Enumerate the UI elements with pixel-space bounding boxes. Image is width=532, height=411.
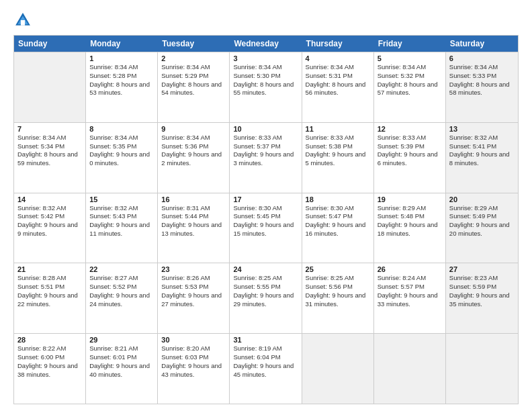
calendar-row-2: 7Sunrise: 8:34 AMSunset: 5:34 PMDaylight… bbox=[14, 122, 518, 193]
sunset-text: Sunset: 5:59 PM bbox=[449, 283, 515, 291]
day-number: 6 bbox=[449, 54, 515, 62]
daylight-text: Daylight: 9 hours and 16 minutes. bbox=[306, 221, 370, 238]
day-number: 12 bbox=[378, 125, 442, 133]
day-number: 8 bbox=[89, 125, 154, 133]
sunrise-text: Sunrise: 8:34 AM bbox=[161, 134, 226, 142]
day-number: 29 bbox=[89, 336, 154, 344]
calendar-cell: 27Sunrise: 8:23 AMSunset: 5:59 PMDayligh… bbox=[446, 263, 518, 333]
calendar-cell: 16Sunrise: 8:31 AMSunset: 5:44 PMDayligh… bbox=[158, 193, 230, 263]
day-number: 14 bbox=[17, 195, 82, 203]
day-number: 22 bbox=[89, 265, 154, 273]
calendar-body: 1Sunrise: 8:34 AMSunset: 5:28 PMDaylight… bbox=[14, 52, 518, 404]
sunrise-text: Sunrise: 8:31 AM bbox=[161, 204, 226, 213]
daylight-text: Daylight: 8 hours and 55 minutes. bbox=[233, 81, 298, 98]
sunrise-text: Sunrise: 8:32 AM bbox=[17, 204, 82, 213]
sunset-text: Sunset: 5:51 PM bbox=[17, 283, 82, 291]
daylight-text: Daylight: 8 hours and 59 minutes. bbox=[17, 150, 82, 168]
sunrise-text: Sunrise: 8:28 AM bbox=[17, 274, 82, 283]
daylight-text: Daylight: 8 hours and 57 minutes. bbox=[378, 81, 442, 98]
sunset-text: Sunset: 5:32 PM bbox=[378, 72, 442, 81]
sunset-text: Sunset: 5:34 PM bbox=[17, 142, 82, 151]
sunrise-text: Sunrise: 8:33 AM bbox=[306, 134, 370, 142]
sunrise-text: Sunrise: 8:22 AM bbox=[17, 345, 82, 353]
sunset-text: Sunset: 6:00 PM bbox=[17, 353, 82, 362]
calendar-cell: 15Sunrise: 8:32 AMSunset: 5:43 PMDayligh… bbox=[86, 193, 158, 263]
sunrise-text: Sunrise: 8:34 AM bbox=[449, 63, 515, 72]
sunset-text: Sunset: 5:28 PM bbox=[89, 72, 154, 81]
sunset-text: Sunset: 5:36 PM bbox=[161, 142, 226, 151]
sunset-text: Sunset: 5:37 PM bbox=[233, 142, 298, 151]
calendar-header: SundayMondayTuesdayWednesdayThursdayFrid… bbox=[14, 36, 518, 52]
calendar-cell: 18Sunrise: 8:30 AMSunset: 5:47 PMDayligh… bbox=[302, 193, 374, 263]
calendar-cell: 21Sunrise: 8:28 AMSunset: 5:51 PMDayligh… bbox=[14, 263, 86, 333]
sunrise-text: Sunrise: 8:21 AM bbox=[89, 345, 154, 353]
header bbox=[13, 11, 519, 30]
calendar-cell: 8Sunrise: 8:34 AMSunset: 5:35 PMDaylight… bbox=[86, 123, 158, 193]
sunset-text: Sunset: 5:31 PM bbox=[306, 72, 370, 81]
day-number: 27 bbox=[449, 265, 515, 273]
calendar-row-3: 14Sunrise: 8:32 AMSunset: 5:42 PMDayligh… bbox=[14, 193, 518, 263]
daylight-text: Daylight: 9 hours and 9 minutes. bbox=[17, 221, 82, 238]
day-number: 23 bbox=[161, 265, 226, 273]
day-number: 4 bbox=[306, 54, 370, 62]
calendar-cell: 30Sunrise: 8:20 AMSunset: 6:03 PMDayligh… bbox=[158, 334, 230, 404]
weekday-header-tuesday: Tuesday bbox=[158, 36, 230, 52]
calendar-cell: 5Sunrise: 8:34 AMSunset: 5:32 PMDaylight… bbox=[374, 52, 446, 122]
sunrise-text: Sunrise: 8:24 AM bbox=[378, 274, 442, 283]
daylight-text: Daylight: 9 hours and 20 minutes. bbox=[449, 221, 515, 238]
sunrise-text: Sunrise: 8:27 AM bbox=[89, 274, 154, 283]
calendar-cell: 24Sunrise: 8:25 AMSunset: 5:55 PMDayligh… bbox=[230, 263, 302, 333]
calendar-cell: 11Sunrise: 8:33 AMSunset: 5:38 PMDayligh… bbox=[302, 123, 374, 193]
sunrise-text: Sunrise: 8:34 AM bbox=[306, 63, 370, 72]
daylight-text: Daylight: 9 hours and 11 minutes. bbox=[89, 221, 154, 238]
sunset-text: Sunset: 5:45 PM bbox=[233, 212, 298, 221]
day-number: 28 bbox=[17, 336, 82, 344]
calendar-cell: 13Sunrise: 8:32 AMSunset: 5:41 PMDayligh… bbox=[446, 123, 518, 193]
daylight-text: Daylight: 9 hours and 5 minutes. bbox=[306, 150, 370, 168]
calendar-cell bbox=[374, 334, 446, 404]
daylight-text: Daylight: 8 hours and 54 minutes. bbox=[161, 81, 226, 98]
day-number: 11 bbox=[306, 125, 370, 133]
sunset-text: Sunset: 5:56 PM bbox=[306, 283, 370, 291]
sunset-text: Sunset: 5:57 PM bbox=[378, 283, 442, 291]
daylight-text: Daylight: 8 hours and 53 minutes. bbox=[89, 81, 154, 98]
sunrise-text: Sunrise: 8:32 AM bbox=[449, 134, 515, 142]
sunset-text: Sunset: 5:38 PM bbox=[306, 142, 370, 151]
calendar: SundayMondayTuesdayWednesdayThursdayFrid… bbox=[13, 35, 519, 404]
weekday-header-monday: Monday bbox=[86, 36, 158, 52]
daylight-text: Daylight: 9 hours and 31 minutes. bbox=[306, 291, 370, 309]
calendar-row-5: 28Sunrise: 8:22 AMSunset: 6:00 PMDayligh… bbox=[14, 333, 518, 404]
logo-icon bbox=[13, 11, 32, 30]
day-number: 7 bbox=[17, 125, 82, 133]
calendar-cell: 28Sunrise: 8:22 AMSunset: 6:00 PMDayligh… bbox=[14, 334, 86, 404]
calendar-cell: 25Sunrise: 8:25 AMSunset: 5:56 PMDayligh… bbox=[302, 263, 374, 333]
day-number: 9 bbox=[161, 125, 226, 133]
daylight-text: Daylight: 9 hours and 29 minutes. bbox=[233, 291, 298, 309]
daylight-text: Daylight: 9 hours and 40 minutes. bbox=[89, 362, 154, 379]
calendar-cell: 23Sunrise: 8:26 AMSunset: 5:53 PMDayligh… bbox=[158, 263, 230, 333]
sunset-text: Sunset: 6:01 PM bbox=[89, 353, 154, 362]
day-number: 30 bbox=[161, 336, 226, 344]
weekday-header-wednesday: Wednesday bbox=[230, 36, 302, 52]
calendar-cell bbox=[14, 52, 86, 122]
sunrise-text: Sunrise: 8:30 AM bbox=[306, 204, 370, 213]
weekday-header-friday: Friday bbox=[374, 36, 446, 52]
sunrise-text: Sunrise: 8:34 AM bbox=[161, 63, 226, 72]
sunrise-text: Sunrise: 8:26 AM bbox=[161, 274, 226, 283]
calendar-cell bbox=[302, 334, 374, 404]
sunrise-text: Sunrise: 8:23 AM bbox=[449, 274, 515, 283]
sunrise-text: Sunrise: 8:34 AM bbox=[17, 134, 82, 142]
day-number: 10 bbox=[233, 125, 298, 133]
daylight-text: Daylight: 9 hours and 0 minutes. bbox=[89, 150, 154, 168]
sunrise-text: Sunrise: 8:29 AM bbox=[378, 204, 442, 213]
daylight-text: Daylight: 9 hours and 35 minutes. bbox=[449, 291, 515, 309]
daylight-text: Daylight: 9 hours and 33 minutes. bbox=[378, 291, 442, 309]
weekday-header-saturday: Saturday bbox=[446, 36, 518, 52]
calendar-cell bbox=[446, 334, 518, 404]
sunset-text: Sunset: 5:41 PM bbox=[449, 142, 515, 151]
daylight-text: Daylight: 9 hours and 45 minutes. bbox=[233, 362, 298, 379]
calendar-cell: 26Sunrise: 8:24 AMSunset: 5:57 PMDayligh… bbox=[374, 263, 446, 333]
sunrise-text: Sunrise: 8:33 AM bbox=[233, 134, 298, 142]
sunset-text: Sunset: 5:43 PM bbox=[89, 212, 154, 221]
sunset-text: Sunset: 6:04 PM bbox=[233, 353, 298, 362]
